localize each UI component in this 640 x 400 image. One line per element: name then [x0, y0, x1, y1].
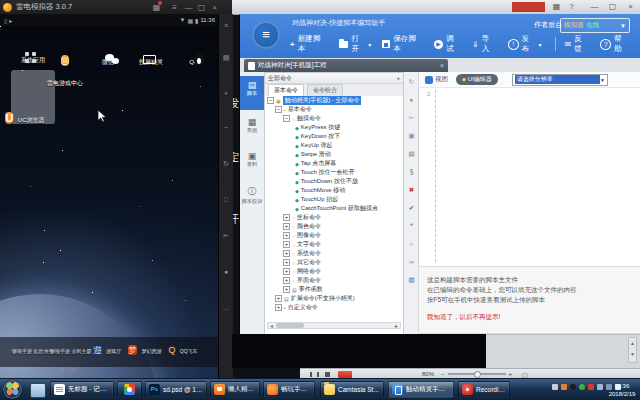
copy-icon[interactable]: ▣	[407, 132, 416, 140]
comment-icon[interactable]: ❝	[407, 222, 416, 230]
import-button[interactable]: 导入	[472, 34, 497, 54]
tree-node[interactable]: 颜色命令	[265, 222, 403, 231]
expand-icon[interactable]	[283, 232, 290, 239]
taskbar-clock[interactable]: 11:36 2018/2/19	[606, 382, 638, 398]
scroll-right-icon[interactable]: ►	[394, 323, 399, 329]
tree-command[interactable]: TouchMove 移动	[265, 186, 403, 195]
screenshot-icon[interactable]: ✂	[221, 232, 231, 240]
zoom-slider[interactable]	[448, 373, 506, 375]
ui-editor-button[interactable]: UI编辑器	[456, 74, 498, 85]
tree-node[interactable]: 界面命令	[265, 276, 403, 285]
new-script-button[interactable]: 新建脚本	[290, 34, 328, 54]
tree-command[interactable]: KeyUp 弹起	[265, 141, 403, 150]
tray-volume-icon[interactable]	[597, 384, 603, 390]
slider-knob[interactable]	[474, 371, 481, 378]
rotate-icon[interactable]: ↻	[221, 160, 231, 168]
tree-command[interactable]: Touch 按住一会松开	[265, 168, 403, 177]
taskbar-item-notepad[interactable]: 无标题 - 记事...	[50, 381, 114, 398]
taskbar-item-recording[interactable]: Recording...	[458, 381, 510, 398]
shake-icon[interactable]: ●	[221, 268, 231, 275]
tree-command[interactable]: Tap 点击屏幕	[265, 159, 403, 168]
nav-item-resources[interactable]: ▣ 资料	[240, 148, 264, 179]
expand-icon[interactable]	[283, 250, 290, 257]
open-button[interactable]: 打开	[339, 34, 372, 54]
nav-item-report[interactable]: ⓘ 脚本投诉	[240, 182, 264, 219]
emulator-minimize-button[interactable]	[182, 3, 195, 12]
help-button[interactable]: 帮助	[600, 34, 629, 54]
delete-icon[interactable]: ✖	[407, 186, 416, 194]
start-button[interactable]	[3, 380, 22, 399]
link-icon[interactable]: ∞	[407, 258, 416, 265]
save-script-button[interactable]: 保存脚本	[382, 34, 423, 54]
tree-node[interactable]: 事件函数	[265, 285, 403, 294]
volume-down-icon[interactable]: −	[221, 124, 231, 131]
expand-icon[interactable]	[275, 304, 282, 311]
taskbar-item-chrome[interactable]	[117, 381, 142, 398]
tray-red-icon[interactable]	[588, 384, 594, 390]
scroll-up-icon[interactable]: ▲	[629, 338, 636, 349]
bookmark-icon[interactable]: ●	[407, 96, 416, 103]
debug-button[interactable]: 调试	[434, 34, 461, 54]
more-icon[interactable]: …	[221, 304, 231, 311]
zoom-in-icon[interactable]: +	[509, 371, 513, 377]
tray-qq-icon[interactable]	[570, 384, 576, 390]
expand-icon[interactable]	[283, 223, 290, 230]
expand-icon[interactable]	[283, 259, 290, 266]
feedback-button[interactable]: 反馈	[565, 34, 590, 54]
tree-node[interactable]: 坐标命令	[265, 213, 403, 222]
tree-node[interactable]: 文字命令	[265, 240, 403, 249]
tree-node-root[interactable]: 触动精灵[手机版] - 全部命令	[265, 96, 403, 105]
fullscreen-icon[interactable]: □	[221, 196, 231, 203]
keyboard-mapping-icon[interactable]: ≡	[221, 22, 231, 29]
taskbar-item-lazy-sprite[interactable]: 懒人精灵配...	[210, 381, 260, 398]
taskbar-item-camtasia[interactable]: Camtasia St...	[320, 381, 384, 398]
vertical-scrollbar[interactable]: ▲▼	[628, 337, 637, 363]
tree-node[interactable]: 其它命令	[265, 258, 403, 267]
grid-icon[interactable]	[550, 2, 563, 11]
expand-icon[interactable]	[283, 277, 290, 284]
help-icon[interactable]	[565, 2, 578, 11]
scroll-down-icon[interactable]: ▼	[629, 349, 636, 360]
dismiss-hint-link[interactable]: 我知道了，以后不再提示!	[427, 313, 640, 322]
scroll-left-icon[interactable]: ◄	[269, 323, 274, 329]
nav-item-ui[interactable]: ▦ 界面	[240, 114, 264, 145]
device-dropdown[interactable]: 模拟器 在线 ▼	[560, 18, 630, 33]
app-game-center[interactable]: ◎ 雷电游戏中心	[43, 50, 87, 89]
record-button[interactable]	[338, 371, 352, 378]
collapse-icon[interactable]	[267, 97, 274, 104]
menu-icon[interactable]: ≡	[168, 3, 181, 12]
app-qq[interactable]: QQ	[172, 50, 216, 68]
tree-node[interactable]: 图像命令	[265, 231, 403, 240]
paste-icon[interactable]: ▤	[407, 150, 416, 158]
collapse-icon[interactable]	[275, 106, 282, 113]
snippet-icon[interactable]: ▧	[407, 276, 416, 284]
expand-icon[interactable]	[283, 214, 290, 221]
tray-orange-icon[interactable]	[561, 384, 567, 390]
tree-node[interactable]: 系统命令	[265, 249, 403, 258]
taskbar-item-game-hall[interactable]: 畅玩手游大厅	[263, 381, 315, 398]
tree-node[interactable]: 基本命令	[265, 105, 403, 114]
expand-icon[interactable]: ▢	[522, 371, 528, 378]
collapse-icon[interactable]	[283, 115, 290, 122]
author-backend-link[interactable]: 作者后台	[534, 20, 562, 30]
tree-command[interactable]: KeyDown 按下	[265, 132, 403, 141]
format-icon[interactable]: §	[407, 168, 416, 175]
expand-icon[interactable]	[283, 268, 290, 275]
project-tab[interactable]: 对战神对决[手机版]工程 ×	[244, 59, 448, 72]
tree-node[interactable]: 自定义命令	[265, 303, 403, 312]
tree-node[interactable]: 扩展命令(不支持小精灵)	[265, 294, 403, 303]
tree-command[interactable]: TouchUp 抬起	[265, 195, 403, 204]
taskbar-item-touchsprite[interactable]: 触动精灵手机...	[388, 381, 454, 398]
horizontal-scrollbar[interactable]: ◄ ►	[267, 322, 401, 329]
tree-command[interactable]: CatchTouchPoint 获取触摸点	[265, 204, 403, 213]
tray-language-icon[interactable]	[552, 384, 558, 390]
expand-icon[interactable]	[283, 241, 290, 248]
view-label[interactable]: 视图	[435, 75, 448, 84]
dock-app[interactable]: 梦 梦幻西游	[126, 339, 164, 358]
undo-icon[interactable]: ↻	[407, 78, 416, 86]
tree-command[interactable]: KeyPress 按键	[265, 123, 403, 132]
stop-icon[interactable]	[325, 372, 330, 377]
app-uc-browser[interactable]: U UC浏览器	[3, 108, 47, 128]
quick-launch-icon[interactable]	[30, 383, 46, 398]
minimize-button[interactable]	[588, 2, 601, 11]
